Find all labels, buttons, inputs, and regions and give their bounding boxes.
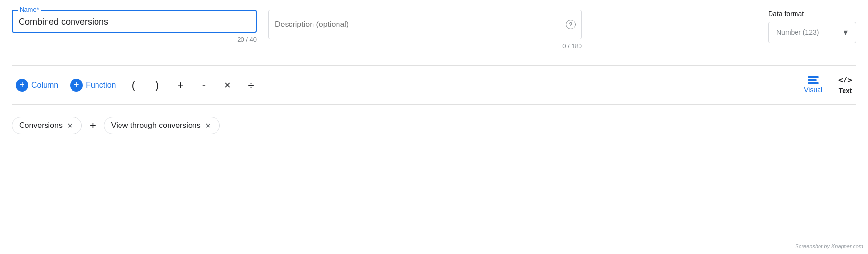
text-view-icon: </>: [838, 76, 852, 85]
conversions-close-button[interactable]: ✕: [66, 121, 74, 130]
add-function-icon: +: [70, 79, 83, 92]
description-field-wrapper: ? 0 / 180: [268, 10, 582, 50]
description-input[interactable]: [275, 20, 566, 29]
data-format-wrapper: Data format Number (123) ▾: [768, 10, 856, 43]
column-label: Column: [31, 81, 58, 90]
data-format-label: Data format: [768, 10, 856, 18]
data-format-value: Number (123): [776, 28, 819, 36]
plus-button[interactable]: +: [171, 77, 191, 94]
top-section: Name* 20 / 40 ? 0 / 180 Data format Numb…: [12, 10, 856, 50]
toolbar-section: + Column + Function ( ) + - × ÷ Visual <…: [12, 66, 856, 105]
close-paren-button[interactable]: ): [147, 77, 167, 94]
view-through-close-button[interactable]: ✕: [204, 121, 213, 130]
text-label: Text: [839, 87, 852, 95]
name-field-container: Name*: [12, 10, 257, 33]
description-char-count: 0 / 180: [268, 42, 582, 50]
add-function-button[interactable]: + Function: [66, 77, 120, 94]
divide-button[interactable]: ÷: [241, 77, 261, 94]
minus-button[interactable]: -: [194, 77, 214, 94]
multiply-button[interactable]: ×: [218, 77, 238, 94]
visual-view-button[interactable]: Visual: [800, 75, 826, 96]
view-through-conversions-tag: View through conversions ✕: [104, 117, 220, 134]
text-view-button[interactable]: </> Text: [834, 74, 856, 97]
view-through-conversions-tag-label: View through conversions: [111, 121, 201, 130]
watermark: Screenshot by Knapper.com: [796, 243, 863, 249]
conversions-tag: Conversions ✕: [12, 117, 82, 134]
help-icon[interactable]: ?: [566, 20, 576, 29]
function-label: Function: [86, 81, 116, 90]
description-field-container: ?: [268, 10, 582, 39]
name-field-label: Name*: [18, 6, 41, 13]
add-column-button[interactable]: + Column: [12, 77, 62, 94]
formula-section: Conversions ✕ + View through conversions…: [12, 105, 856, 146]
dropdown-arrow-icon: ▾: [844, 27, 848, 38]
visual-label: Visual: [804, 86, 822, 94]
name-char-count: 20 / 40: [12, 36, 257, 43]
add-column-icon: +: [16, 79, 28, 92]
conversions-tag-label: Conversions: [19, 121, 63, 130]
formula-plus-operator: +: [88, 119, 98, 132]
open-paren-button[interactable]: (: [124, 77, 144, 94]
view-toggle: Visual </> Text: [800, 74, 856, 97]
visual-icon: [808, 76, 819, 84]
name-input[interactable]: [19, 15, 250, 27]
name-field-wrapper: Name* 20 / 40: [12, 10, 257, 43]
data-format-dropdown[interactable]: Number (123) ▾: [768, 22, 856, 43]
